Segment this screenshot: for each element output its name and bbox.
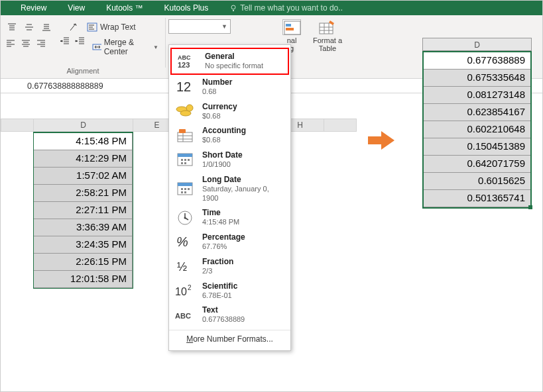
format-as-table-button[interactable]: Format a Table [312,19,343,52]
cell-d3[interactable]: 4:12:29 PM [34,150,133,168]
time-icon [174,209,196,227]
format-as-table-icon [318,19,337,35]
short-date-icon [174,150,196,169]
format-option-accounting[interactable]: Accounting $0.68 [169,123,290,148]
align-right-icon[interactable] [35,36,48,50]
format-option-short-date[interactable]: Short Date1/0/1900 [169,148,290,172]
svg-rect-16 [178,154,192,157]
svg-point-0 [231,5,235,9]
svg-text:%: % [176,234,188,249]
svg-rect-14 [179,129,186,133]
cell-d10[interactable]: 12:01:58 PM [34,271,133,288]
format-option-text[interactable]: ABC Text0.677638889 [169,303,290,327]
scientific-icon: 102 [174,281,196,300]
result-cell[interactable]: 0.150451389 [424,138,530,156]
svg-text:10: 10 [175,286,187,297]
fraction-icon: ½ [174,257,196,275]
conditional-formatting-icon [282,19,301,35]
result-cell[interactable]: 0.602210648 [424,121,530,138]
result-cell[interactable]: 0.6015625 [424,173,530,190]
cell-d7[interactable]: 3:36:39 AM [34,219,133,236]
alignment-group-label: Alignment [2,67,164,75]
align-left-icon[interactable] [5,36,17,50]
merge-center-icon [92,42,101,52]
decrease-indent-icon[interactable] [60,36,72,50]
lightbulb-icon [229,4,237,12]
align-middle-icon[interactable] [22,21,36,34]
align-top-icon[interactable] [5,21,19,34]
more-number-formats[interactable]: More Number Formats... [169,330,290,348]
format-option-currency[interactable]: Currency$0.68 [169,99,290,124]
long-date-icon [174,179,196,198]
svg-rect-5 [286,28,294,30]
merge-center-button[interactable]: Merge & Center ▼ [90,36,161,58]
general-icon: ABC123 [177,52,198,70]
svg-rect-4 [286,24,291,26]
tell-me-search[interactable]: Tell me what you want to do.. [229,3,343,13]
fill-handle[interactable] [528,205,532,209]
ribbon-tabs: Review View Kutools ™ Kutools Plus Tell … [1,1,542,15]
result-cell[interactable]: 0.501365741 [424,190,530,207]
column-header-d-right[interactable]: D [422,38,532,51]
result-cell[interactable]: 0.642071759 [424,156,530,173]
svg-rect-18 [178,183,192,186]
chevron-down-icon: ▼ [221,23,227,30]
accounting-icon [174,126,196,145]
result-cell[interactable]: 0.623854167 [424,104,530,121]
result-cell[interactable]: 0.677638889 [424,52,530,70]
number-icon: 12 [174,77,196,96]
result-cell[interactable]: 0.081273148 [424,87,530,104]
result-column: D 0.677638889 0.675335648 0.081273148 0.… [422,38,532,209]
svg-rect-6 [320,23,333,34]
svg-point-12 [186,105,193,111]
format-option-general[interactable]: ABC123 GeneralNo specific format [170,48,289,75]
svg-text:½: ½ [177,260,187,273]
align-bottom-icon[interactable] [39,21,54,34]
format-option-percentage[interactable]: % Percentage67.76% [169,230,290,254]
chevron-down-icon: ▼ [153,44,158,50]
cell-d9[interactable]: 2:26:15 PM [34,254,133,271]
format-option-fraction[interactable]: ½ Fraction 2/3 [169,254,290,279]
tab-view[interactable]: View [68,3,85,13]
currency-icon [174,102,196,121]
svg-rect-13 [178,132,192,142]
tab-kutools[interactable]: Kutools ™ [106,3,143,13]
percentage-icon: % [174,232,196,251]
format-option-number[interactable]: 12 Number0.68 [169,75,290,99]
align-center-icon[interactable] [20,36,32,50]
cell-d8[interactable]: 3:24:35 PM [34,236,133,254]
format-option-scientific[interactable]: 102 Scientific6.78E-01 [169,279,290,303]
svg-text:2: 2 [188,284,192,291]
alignment-group: Wrap Text Merge & Center ▼ Alignment [2,19,164,75]
cell-d6[interactable]: 2:27:11 PM [34,202,133,219]
text-icon: ABC [174,306,196,324]
svg-text:123: 123 [178,61,190,69]
svg-point-20 [184,217,186,219]
svg-text:ABC: ABC [175,312,191,320]
svg-text:12: 12 [176,79,191,94]
column-header-d[interactable]: D [34,119,133,131]
cell-d4[interactable]: 1:57:02 AM [34,168,133,185]
result-cell[interactable]: 0.675335648 [424,70,530,87]
formula-bar-value: 0.677638888888889 [27,81,103,91]
tab-review[interactable]: Review [21,3,46,13]
selected-range-left[interactable]: 4:15:48 PM 4:12:29 PM 1:57:02 AM 2:58:21… [33,132,133,289]
svg-text:ABC: ABC [178,54,191,61]
orientation-icon[interactable] [67,21,82,34]
tab-kutools-plus[interactable]: Kutools Plus [164,3,209,13]
number-format-selector[interactable]: ▼ [168,19,231,34]
format-option-time[interactable]: Time4:15:48 PM [169,205,290,230]
arrow-icon [367,128,396,152]
number-format-dropdown: ABC123 GeneralNo specific format 12 Numb… [168,44,291,351]
wrap-text-button[interactable]: Wrap Text [84,21,139,34]
increase-indent-icon[interactable] [75,36,88,50]
cell-d2[interactable]: 4:15:48 PM [34,133,133,150]
wrap-text-icon [87,23,97,32]
format-option-long-date[interactable]: Long DateSaturday, January 0, 1900 [169,172,290,206]
cell-d5[interactable]: 2:58:21 PM [34,185,133,202]
